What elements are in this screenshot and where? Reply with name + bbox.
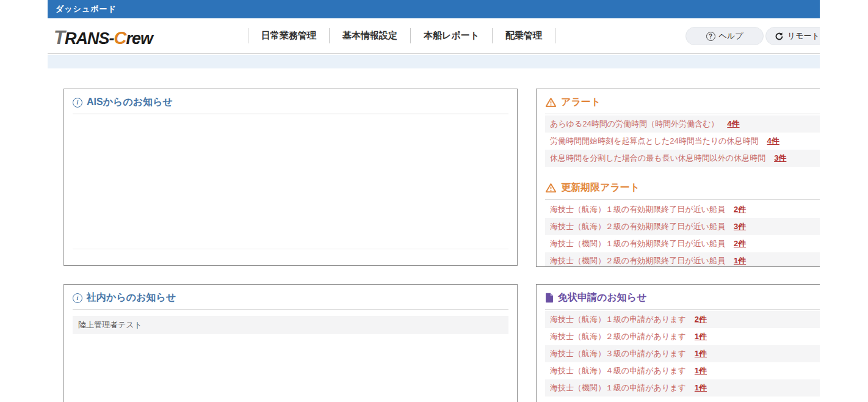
license-count-link[interactable]: 1件 — [695, 365, 707, 376]
renewal-panel-title: 更新期限アラート — [545, 181, 820, 194]
divider — [545, 199, 820, 200]
license-row-text: 海技士（航海）２級の申請があります — [550, 331, 686, 342]
license-row-text: 海技士（機関）１級の申請があります — [550, 382, 686, 393]
warning-triangle-icon — [545, 183, 557, 193]
nav-item-crew-assignment[interactable]: 配乗管理 — [492, 28, 555, 43]
renewal-row-text: 海技士（機関）２級の有効期限終了日が近い船員 — [550, 255, 725, 266]
ais-notices-panel: AISからのお知らせ — [63, 89, 518, 266]
renewal-row-text: 海技士（機関）１級の有効期限終了日が近い船員 — [550, 238, 725, 249]
ais-empty-list — [73, 114, 508, 249]
license-count-link[interactable]: 1件 — [695, 348, 707, 359]
renewal-alert-row: 海技士（航海）１級の有効期限終了日が近い船員 2件 — [545, 201, 820, 218]
license-application-row: 海技士（航海）１級の申請があります 2件 — [545, 311, 820, 328]
license-count-link[interactable]: 2件 — [695, 314, 707, 325]
company-panel-title-text: 社内からのお知らせ — [87, 291, 176, 304]
alert-row: 休息時間を分割した場合の最も長い休息時間以外の休息時間 3件 — [545, 150, 820, 167]
help-button-label: ヘルプ — [719, 31, 743, 42]
alert-row: 労働時間開始時刻を起算点とした24時間当たりの休息時間 4件 — [545, 133, 820, 150]
license-notices-panel: 免状申請のお知らせ 海技士（航海）１級の申請があります 2件 海技士（航海）２級… — [536, 284, 820, 402]
main-nav: 日常業務管理 基本情報設定 本船レポート 配乗管理 — [248, 18, 555, 53]
renewal-count-link[interactable]: 2件 — [734, 238, 746, 249]
logo-text: C — [114, 28, 126, 48]
app-header: TRANS-Crew 日常業務管理 基本情報設定 本船レポート 配乗管理 ヘルプ… — [48, 18, 820, 54]
trans-crew-logo[interactable]: TRANS-Crew — [54, 27, 153, 49]
ais-panel-title: AISからのお知らせ — [73, 96, 508, 109]
license-panel-title: 免状申請のお知らせ — [545, 291, 820, 304]
alert-count-link[interactable]: 4件 — [767, 136, 779, 147]
license-panel-title-text: 免状申請のお知らせ — [558, 291, 647, 304]
info-circle-icon — [73, 293, 82, 303]
license-count-link[interactable]: 1件 — [695, 331, 707, 342]
trans-crew-app: ダッシュボード TRANS-Crew 日常業務管理 基本情報設定 本船レポート … — [48, 0, 820, 402]
renewal-alert-row: 海技士（機関）１級の有効期限終了日が近い船員 2件 — [545, 235, 820, 252]
alerts-panel-title: アラート — [545, 96, 820, 109]
question-circle-icon — [706, 32, 715, 41]
nav-item-ship-report[interactable]: 本船レポート — [410, 28, 492, 43]
renewal-count-link[interactable]: 3件 — [734, 221, 746, 232]
remote-button-label: リモート — [787, 31, 820, 42]
company-notice-row[interactable]: 陸上管理者テスト — [73, 316, 508, 334]
renewal-alert-list: 海技士（航海）１級の有効期限終了日が近い船員 2件 海技士（航海）２級の有効期限… — [545, 201, 820, 267]
license-row-text: 海技士（航海）４級の申請があります — [550, 365, 686, 376]
license-row-text: 海技士（航海）１級の申請があります — [550, 314, 686, 325]
alert-list: あらゆる24時間の労働時間（時間外労働含む） 4件 労働時間開始時刻を起算点とし… — [545, 115, 820, 167]
warning-triangle-icon — [545, 97, 557, 108]
remote-button[interactable]: リモート — [765, 27, 820, 45]
renewal-count-link[interactable]: 1件 — [734, 255, 746, 266]
renewal-alert-row: 海技士（航海）２級の有効期限終了日が近い船員 3件 — [545, 218, 820, 235]
renewal-row-text: 海技士（航海）２級の有効期限終了日が近い船員 — [550, 221, 725, 232]
renewal-alert-row: 海技士（機関）２級の有効期限終了日が近い船員 1件 — [545, 252, 820, 267]
logo-text: T — [54, 27, 65, 48]
license-application-row: 海技士（航海）３級の申請があります 1件 — [545, 345, 820, 362]
logo-text: rew — [126, 29, 153, 48]
ais-panel-title-text: AISからのお知らせ — [87, 96, 173, 109]
license-count-link[interactable]: 1件 — [695, 382, 707, 393]
alert-row: あらゆる24時間の労働時間（時間外労働含む） 4件 — [545, 115, 820, 133]
document-icon — [545, 293, 554, 303]
license-application-list: 海技士（航海）１級の申請があります 2件 海技士（航海）２級の申請があります 1… — [545, 311, 820, 397]
sub-nav-band — [48, 55, 820, 68]
renewal-panel-title-text: 更新期限アラート — [561, 181, 640, 194]
license-application-row: 海技士（航海）２級の申請があります 1件 — [545, 328, 820, 345]
alert-row-text: 労働時間開始時刻を起算点とした24時間当たりの休息時間 — [550, 136, 759, 147]
license-application-row: 海技士（航海）４級の申請があります 1件 — [545, 362, 820, 379]
divider — [545, 114, 820, 114]
logo-text: RANS — [65, 29, 109, 48]
help-button[interactable]: ヘルプ — [685, 27, 764, 45]
divider — [73, 309, 508, 310]
nav-item-basic-settings[interactable]: 基本情報設定 — [329, 28, 410, 43]
alert-count-link[interactable]: 3件 — [774, 153, 786, 164]
license-application-row: 海技士（機関）１級の申請があります 1件 — [545, 379, 820, 397]
alerts-panel: アラート あらゆる24時間の労働時間（時間外労働含む） 4件 労働時間開始時刻を… — [536, 89, 820, 267]
alert-row-text: 休息時間を分割した場合の最も長い休息時間以外の休息時間 — [550, 153, 765, 164]
renewal-row-text: 海技士（航海）１級の有効期限終了日が近い船員 — [550, 204, 725, 215]
renewal-count-link[interactable]: 2件 — [734, 204, 746, 215]
page-title-bar: ダッシュボード — [48, 0, 820, 18]
company-notices-panel: 社内からのお知らせ 陸上管理者テスト — [63, 284, 518, 402]
nav-item-daily-operations[interactable]: 日常業務管理 — [248, 28, 329, 43]
alert-row-text: あらゆる24時間の労働時間（時間外労働含む） — [550, 119, 718, 130]
license-row-text: 海技士（航海）３級の申請があります — [550, 348, 686, 359]
alerts-panel-title-text: アラート — [561, 96, 601, 109]
company-panel-title: 社内からのお知らせ — [73, 291, 508, 304]
divider — [545, 309, 820, 310]
sync-icon — [775, 32, 784, 41]
company-notice-text: 陸上管理者テスト — [78, 320, 142, 331]
page-title: ダッシュボード — [56, 4, 117, 15]
alert-count-link[interactable]: 4件 — [727, 119, 739, 130]
info-circle-icon — [73, 98, 82, 108]
